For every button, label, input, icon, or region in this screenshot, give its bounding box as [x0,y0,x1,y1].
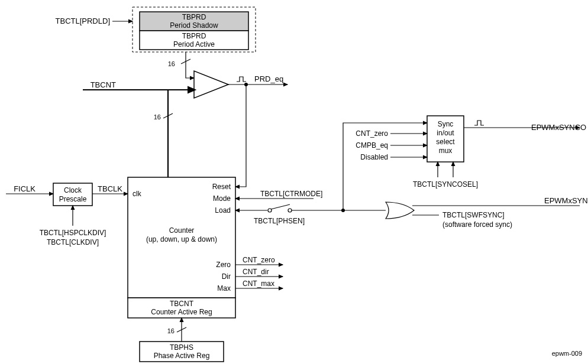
phsen-label: TBCTL[PHSEN] [254,217,305,225]
svg-marker-1 [194,71,228,98]
syncmux-l2: in/out [437,129,454,137]
tbcnt-reg-l2: Counter Active Reg [151,308,212,316]
hspclkdiv-label: TBCTL[HSPCLKDIV] [40,229,106,237]
port-dir: Dir [222,272,231,281]
tbcnt-label: TBCNT [91,80,116,89]
bus16-b: 16 [154,113,161,121]
comparator-block [194,71,228,98]
svg-point-3 [288,209,292,212]
wire-prdeq-to-reset [235,84,246,187]
port-mode: Mode [213,194,231,203]
clkdiv-label: TBCTL[CLKDIV] [47,238,99,246]
bus16-a: 16 [168,60,175,67]
bus16-c: 16 [167,327,175,334]
epwmxsynci-label: EPWMxSYNCI [544,196,588,205]
mux-disabled-label: Disabled [360,153,388,161]
or-gate [386,202,414,219]
tbclk-label: TBCLK [98,184,122,193]
clock-prescale-l1: Clock [64,186,82,194]
port-zero: Zero [216,261,231,269]
clock-prescale-l2: Prescale [59,195,87,203]
port-reset: Reset [212,183,231,191]
counter-l1: Counter [169,226,195,235]
cntdir-label: CNT_dir [243,268,269,276]
wire-tbprd-to-cmp [186,52,194,78]
port-load: Load [215,206,231,214]
syncmux-l1: Sync [438,120,454,128]
swfsync-sub: (software forced sync) [442,220,512,229]
tbprd-shadow-label-top: TBPRD [182,13,206,21]
pulse-icon-synco [474,121,484,125]
pulse-icon-prdeq [237,77,246,82]
tbcnt-reg-l1: TBCNT [170,300,194,308]
swfsync-label: TBCTL[SWFSYNC] [442,211,505,219]
ctrmode-label: TBCTL[CTRMODE] [260,190,322,198]
switch-icon [268,204,292,212]
mux-cmpb-label: CMPB_eq [356,141,388,150]
port-max: Max [217,284,231,292]
tbphs-l1: TBPHS [170,343,193,352]
cntzero-label: CNT_zero [243,256,275,264]
epwmxsynco-label: EPWMxSYNCO [531,123,586,132]
svg-line-4 [271,204,290,209]
counter-l2: (up, down, up & down) [146,235,217,243]
tbprd-active-label-bot: Period Active [173,40,215,48]
ficlk-label: FICLK [14,184,35,193]
mux-cntzero-label: CNT_zero [356,129,388,138]
figure-id: epwm-009 [552,350,582,357]
prdeq-label: PRD_eq [254,74,283,83]
tbctl-prdld-label: TBCTL[PRDLD] [56,17,110,25]
tbprd-shadow-label-bot: Period Shadow [170,21,218,30]
period-register-group: TBPRD Period Shadow TBPRD Period Active [133,7,256,52]
syncmux-l3: select [436,138,455,146]
tbphs-l2: Phase Active Reg [154,352,210,360]
tbprd-active-label-top: TBPRD [182,32,206,40]
syncmux-l4: mux [439,147,453,155]
cntmax-label: CNT_max [243,280,274,288]
port-clk: clk [133,190,142,198]
syncosel-label: TBCTL[SYNCOSEL] [413,180,478,188]
